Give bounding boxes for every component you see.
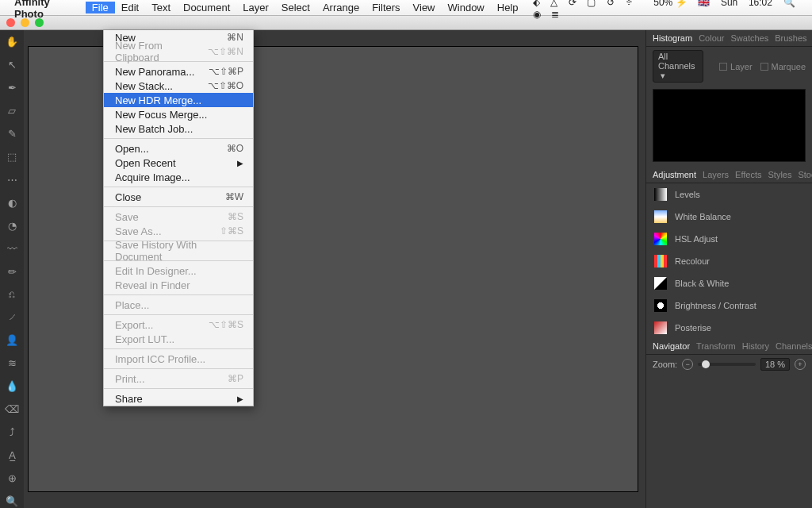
menu-layer[interactable]: Layer xyxy=(236,2,275,13)
adjustment-tab-styles[interactable]: Styles xyxy=(768,170,792,179)
channel-select[interactable]: All Channels ▾ xyxy=(653,50,703,83)
tool-3[interactable]: ▱ xyxy=(5,104,19,118)
notification-center-icon[interactable]: ≣ xyxy=(551,9,559,20)
tool-1[interactable]: ↖ xyxy=(5,58,19,72)
input-flag-icon[interactable]: 🇬🇧 xyxy=(698,0,710,8)
window-zoom-button[interactable] xyxy=(35,18,44,27)
adjustment-tab-stock[interactable]: Stock xyxy=(798,170,812,179)
menu-item-close[interactable]: Close⌘W xyxy=(104,190,253,204)
adjustment-tab-adjustment[interactable]: Adjustment xyxy=(653,170,696,179)
drive-icon[interactable]: △ xyxy=(550,0,557,8)
wifi-icon[interactable]: ᯤ xyxy=(626,0,635,8)
adjustment-tab-effects[interactable]: Effects xyxy=(735,170,761,179)
tool-13[interactable]: 👤 xyxy=(5,333,19,348)
menu-view[interactable]: View xyxy=(407,2,442,13)
histogram-tab-colour[interactable]: Colour xyxy=(699,33,724,43)
tool-17[interactable]: ⤴ xyxy=(5,425,19,439)
clock-time[interactable]: 16:02 xyxy=(749,0,772,8)
menubar-status-area: ⬖ △ ⟳ ▢ ↺ ᯤ 50% ⚡ 🇬🇧 Sun 16:02 🔍 ◉ ≣ xyxy=(525,0,806,20)
menu-item-open[interactable]: Open...⌘O xyxy=(104,141,253,156)
window-minimize-button[interactable] xyxy=(21,18,29,27)
adjustment-hsl[interactable]: HSL Adjust xyxy=(646,228,812,250)
menu-item-new-hdr-merge[interactable]: New HDR Merge... xyxy=(104,93,253,107)
adjustment-label: Recolour xyxy=(675,256,710,266)
menu-filters[interactable]: Filters xyxy=(366,2,406,13)
tool-16[interactable]: ⌫ xyxy=(5,402,19,417)
siri-icon[interactable]: ◉ xyxy=(533,9,541,20)
menu-separator xyxy=(104,138,253,139)
tool-6[interactable]: ⋯ xyxy=(5,172,19,187)
menu-item-new-panorama[interactable]: New Panorama...⌥⇧⌘P xyxy=(104,64,253,79)
app-name[interactable]: Affinity Photo xyxy=(14,0,76,20)
histogram-tab-brushes[interactable]: Brushes xyxy=(775,33,806,43)
menu-item-new-batch-job[interactable]: New Batch Job... xyxy=(104,121,253,136)
spotlight-icon[interactable]: 🔍 xyxy=(783,0,795,8)
histogram-tab-histogram[interactable]: Histogram xyxy=(653,33,692,43)
tool-12[interactable]: ⟋ xyxy=(5,310,19,325)
adjustment-levels[interactable]: Levels xyxy=(646,183,812,206)
tool-11[interactable]: ⎌ xyxy=(5,287,19,302)
menu-help[interactable]: Help xyxy=(491,2,525,13)
adjustment-label: Posterise xyxy=(675,323,711,333)
tool-8[interactable]: ◔ xyxy=(5,218,19,233)
menu-arrange[interactable]: Arrange xyxy=(316,2,366,13)
adjustment-post[interactable]: Posterise xyxy=(646,317,812,338)
menu-separator xyxy=(104,388,253,389)
adjustment-bc[interactable]: Brightness / Contrast xyxy=(646,294,812,317)
tool-14[interactable]: ≋ xyxy=(5,356,19,371)
menu-item-share[interactable]: Share▶ xyxy=(104,391,253,406)
menu-item-export-lut: Export LUT... xyxy=(104,332,253,346)
clock-day[interactable]: Sun xyxy=(721,0,737,8)
window-close-button[interactable] xyxy=(6,18,15,27)
menu-item-place: Place... xyxy=(104,298,253,312)
adjustment-bw[interactable]: Black & White xyxy=(646,272,812,294)
tool-2[interactable]: ✒ xyxy=(5,81,19,95)
histogram-tab-swatches[interactable]: Swatches xyxy=(731,33,769,43)
tool-7[interactable]: ◐ xyxy=(5,195,19,210)
tool-0[interactable]: ✋ xyxy=(5,35,19,49)
menu-item-acquire-image[interactable]: Acquire Image... xyxy=(104,170,253,184)
airplay-icon[interactable]: ▢ xyxy=(587,0,596,8)
menu-select[interactable]: Select xyxy=(275,2,316,13)
layer-checkbox[interactable]: Layer xyxy=(719,62,753,71)
right-panel-stack: HistogramColourSwatchesBrushes≡ All Chan… xyxy=(645,30,812,508)
menu-item-new-stack[interactable]: New Stack...⌥⇧⌘O xyxy=(104,79,253,93)
zoom-slider[interactable] xyxy=(698,363,756,366)
marquee-checkbox[interactable]: Marquee xyxy=(760,62,806,71)
sync-icon[interactable]: ⟳ xyxy=(569,0,576,8)
tool-18[interactable]: A̲ xyxy=(5,448,19,462)
battery-status[interactable]: 50% ⚡ xyxy=(645,0,687,8)
menu-text[interactable]: Text xyxy=(145,2,177,13)
zoom-out-button[interactable]: − xyxy=(682,359,693,370)
adjustment-tab-layers[interactable]: Layers xyxy=(703,170,729,179)
menu-item-new-focus-merge[interactable]: New Focus Merge... xyxy=(104,107,253,121)
adjustment-wb[interactable]: White Balance xyxy=(646,206,812,228)
menu-item-new-from-clipboard: New From Clipboard⌥⇧⌘N xyxy=(104,44,253,59)
navigator-tab-navigator[interactable]: Navigator xyxy=(653,341,690,351)
tool-4[interactable]: ✎ xyxy=(5,127,19,141)
zoom-in-button[interactable]: + xyxy=(795,359,806,370)
tool-10[interactable]: ✏ xyxy=(5,264,19,279)
navigator-panel-tabs: NavigatorTransformHistoryChannels≡ xyxy=(646,338,812,355)
dropbox-icon[interactable]: ⬖ xyxy=(533,0,540,8)
tool-20[interactable]: 🔍 xyxy=(5,494,19,508)
navigator-tab-history[interactable]: History xyxy=(742,341,769,351)
tool-19[interactable]: ⊕ xyxy=(5,471,19,485)
menu-window[interactable]: Window xyxy=(442,2,491,13)
zoom-value[interactable]: 18 % xyxy=(760,358,790,371)
menu-separator xyxy=(104,187,253,187)
bc-icon xyxy=(654,299,667,312)
timemachine-icon[interactable]: ↺ xyxy=(607,0,615,8)
adjustment-rec[interactable]: Recolour xyxy=(646,250,812,272)
menu-edit[interactable]: Edit xyxy=(115,2,145,13)
tool-15[interactable]: 💧 xyxy=(5,379,19,394)
tool-5[interactable]: ⬚ xyxy=(5,150,19,164)
menu-item-open-recent[interactable]: Open Recent▶ xyxy=(104,156,253,170)
tool-9[interactable]: 〰 xyxy=(5,241,19,256)
navigator-tab-channels[interactable]: Channels xyxy=(776,341,812,351)
menu-document[interactable]: Document xyxy=(177,2,236,13)
navigator-tab-transform[interactable]: Transform xyxy=(696,341,736,351)
menu-file[interactable]: File xyxy=(86,2,115,13)
menu-separator xyxy=(104,206,253,207)
menu-item-save: Save⌘S xyxy=(104,210,253,224)
